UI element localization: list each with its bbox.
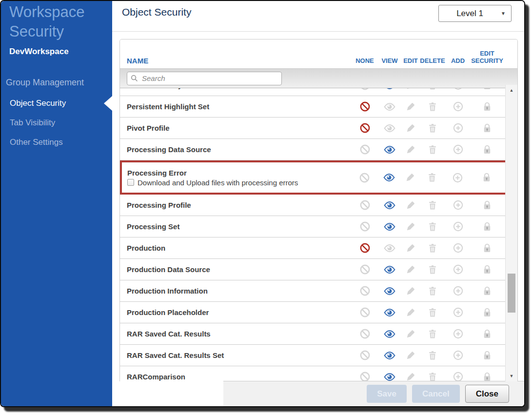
search-box xyxy=(127,72,282,85)
add-icon[interactable] xyxy=(445,242,471,254)
scroll-down-icon[interactable]: ▼ xyxy=(506,372,517,380)
edit-security-icon[interactable] xyxy=(471,264,504,275)
sidebar-item-other-settings[interactable]: Other Settings xyxy=(1,133,112,152)
edit-icon[interactable] xyxy=(401,172,419,183)
add-icon[interactable] xyxy=(445,221,471,232)
permission-icons xyxy=(352,285,504,297)
view-icon[interactable] xyxy=(378,328,401,340)
none-icon[interactable] xyxy=(352,101,378,112)
edit-security-icon[interactable] xyxy=(471,221,504,232)
delete-icon[interactable] xyxy=(420,264,445,275)
row-left: Production Information xyxy=(127,287,208,295)
add-icon[interactable] xyxy=(445,371,471,381)
cancel-button[interactable]: Cancel xyxy=(412,385,460,403)
delete-icon[interactable] xyxy=(420,101,445,112)
none-icon[interactable] xyxy=(352,371,378,381)
edit-icon[interactable] xyxy=(401,307,420,318)
view-icon[interactable] xyxy=(378,350,401,361)
table-row: Processing Profile xyxy=(120,195,517,216)
edit-security-icon[interactable] xyxy=(471,286,504,296)
processing-error-checkbox[interactable] xyxy=(127,179,134,186)
add-icon[interactable] xyxy=(445,122,471,134)
level-dropdown-value: Level 1 xyxy=(439,9,501,19)
edit-security-icon[interactable] xyxy=(471,123,504,134)
add-icon[interactable] xyxy=(445,199,471,211)
none-icon[interactable] xyxy=(352,307,378,318)
view-icon[interactable] xyxy=(378,242,401,254)
delete-icon[interactable] xyxy=(420,123,445,134)
add-icon[interactable] xyxy=(445,264,471,275)
add-icon[interactable] xyxy=(445,101,471,112)
none-icon[interactable] xyxy=(352,285,378,296)
edit-icon[interactable] xyxy=(401,101,420,112)
add-icon[interactable] xyxy=(445,172,470,183)
none-icon[interactable] xyxy=(352,144,378,155)
delete-icon[interactable] xyxy=(420,329,445,339)
view-icon[interactable] xyxy=(378,264,401,276)
table-row: RARComparison xyxy=(120,366,517,381)
edit-icon[interactable] xyxy=(401,286,420,296)
delete-icon[interactable] xyxy=(420,372,445,382)
delete-icon[interactable] xyxy=(420,221,445,232)
none-icon[interactable] xyxy=(352,242,378,254)
delete-icon[interactable] xyxy=(420,243,445,254)
edit-security-icon[interactable] xyxy=(471,144,504,155)
none-icon[interactable] xyxy=(352,264,378,275)
delete-icon[interactable] xyxy=(419,172,445,183)
edit-icon[interactable] xyxy=(401,243,420,254)
view-icon[interactable] xyxy=(378,371,401,382)
edit-security-icon[interactable] xyxy=(471,307,504,318)
view-icon[interactable] xyxy=(378,144,401,156)
view-icon[interactable] xyxy=(378,101,401,113)
none-icon[interactable] xyxy=(352,199,378,211)
close-button[interactable]: Close xyxy=(465,385,509,403)
edit-icon[interactable] xyxy=(401,200,420,211)
add-icon[interactable] xyxy=(445,144,471,155)
sidebar-section-group-management[interactable]: Group Management xyxy=(1,57,112,88)
delete-icon[interactable] xyxy=(420,350,445,361)
edit-security-icon[interactable] xyxy=(471,243,504,254)
none-icon[interactable] xyxy=(352,350,378,361)
add-icon[interactable] xyxy=(445,350,471,361)
edit-security-icon[interactable] xyxy=(471,101,504,112)
add-icon[interactable] xyxy=(445,328,471,339)
edit-icon[interactable] xyxy=(401,144,420,155)
scrollbar[interactable]: ▲ ▼ xyxy=(505,85,517,381)
search-input[interactable] xyxy=(141,74,278,83)
none-icon[interactable] xyxy=(352,221,378,232)
scroll-up-icon[interactable]: ▲ xyxy=(506,86,517,95)
none-icon[interactable] xyxy=(351,172,377,183)
edit-icon[interactable] xyxy=(401,221,420,232)
none-icon[interactable] xyxy=(352,122,378,134)
level-dropdown[interactable]: Level 1 ▼ xyxy=(438,5,512,22)
view-icon[interactable] xyxy=(377,172,401,183)
edit-icon[interactable] xyxy=(401,350,420,361)
scrollbar-thumb[interactable] xyxy=(508,274,515,313)
add-icon[interactable] xyxy=(445,285,471,296)
save-button[interactable]: Save xyxy=(367,385,407,403)
edit-security-icon[interactable] xyxy=(471,372,504,382)
view-icon[interactable] xyxy=(378,307,401,318)
object-name: Persistent Highlight Set xyxy=(127,102,209,111)
delete-icon[interactable] xyxy=(420,144,445,155)
none-icon[interactable] xyxy=(352,328,378,339)
view-icon[interactable] xyxy=(378,285,401,297)
add-icon[interactable] xyxy=(445,307,471,318)
view-icon[interactable] xyxy=(378,199,401,211)
sidebar-item-tab-visibility[interactable]: Tab Visibility xyxy=(1,113,112,133)
edit-icon[interactable] xyxy=(401,329,420,339)
view-icon[interactable] xyxy=(378,221,401,233)
sidebar-item-object-security[interactable]: Object Security xyxy=(1,94,112,113)
search-icon xyxy=(131,75,138,82)
delete-icon[interactable] xyxy=(420,200,445,211)
edit-security-icon[interactable] xyxy=(471,200,504,211)
edit-security-icon[interactable] xyxy=(470,172,503,183)
edit-icon[interactable] xyxy=(401,372,420,382)
edit-icon[interactable] xyxy=(401,123,420,134)
edit-security-icon[interactable] xyxy=(471,329,504,339)
delete-icon[interactable] xyxy=(420,307,445,318)
edit-icon[interactable] xyxy=(401,264,420,275)
delete-icon[interactable] xyxy=(420,286,445,296)
edit-security-icon[interactable] xyxy=(471,350,504,361)
view-icon[interactable] xyxy=(378,122,401,134)
